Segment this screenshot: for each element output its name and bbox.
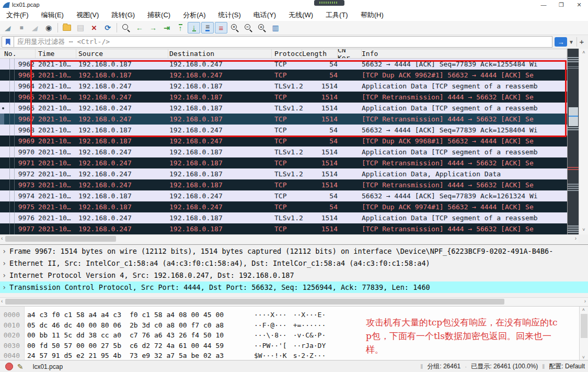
minimize-icon[interactable]: — bbox=[535, 0, 552, 9]
filter-bookmark-button[interactable] bbox=[2, 36, 14, 48]
menu-item-edit[interactable]: 编辑(E) bbox=[35, 10, 70, 20]
zoom-in-icon[interactable]: + bbox=[228, 22, 241, 33]
zoom-out-icon[interactable]: − bbox=[242, 22, 255, 33]
capture-options-icon[interactable]: ◉ bbox=[42, 22, 55, 33]
menu-item-capture[interactable]: 捕获(C) bbox=[141, 10, 177, 20]
packet-row[interactable]: 99712021-10…192.168.0.247192.168.0.187TC… bbox=[0, 157, 567, 168]
packet-row[interactable]: 99702021-10…192.168.0.247192.168.0.187TL… bbox=[0, 146, 567, 157]
column-header-cnke[interactable]: CN Ker bbox=[338, 49, 362, 58]
save-file-icon[interactable]: ▤ bbox=[74, 22, 87, 33]
menu-item-go[interactable]: 跳转(G) bbox=[105, 10, 141, 20]
column-header-no[interactable]: No. bbox=[0, 49, 36, 58]
last-packet-icon[interactable]: ↓ bbox=[188, 22, 200, 33]
scroll-right-icon[interactable]: › bbox=[575, 235, 577, 241]
detail-line[interactable]: ›Ethernet II, Src: IntelCor_c1:58:a4 (a4… bbox=[0, 257, 588, 269]
scroll-up-icon[interactable]: ˄ bbox=[579, 50, 588, 55]
packet-list-vscrollbar[interactable]: ˄ ˅ bbox=[579, 49, 588, 234]
packet-row[interactable]: 99742021-10…192.168.0.187192.168.0.247TC… bbox=[0, 190, 567, 201]
scroll-left-icon[interactable]: ‹ bbox=[1, 235, 3, 241]
scroll-down-icon[interactable]: ˅ bbox=[580, 355, 587, 360]
details-hscrollbar[interactable]: ‹ › bbox=[0, 297, 588, 307]
go-to-packet-icon[interactable]: ⇥ bbox=[160, 22, 173, 33]
menu-item-wireless[interactable]: 无线(W) bbox=[282, 10, 319, 20]
column-header-len[interactable]: Length bbox=[302, 49, 338, 58]
scroll-right-icon[interactable]: › bbox=[584, 298, 586, 304]
scrollbar-thumb[interactable] bbox=[569, 107, 578, 126]
column-header-dst[interactable]: Destination bbox=[168, 49, 272, 58]
detail-line[interactable]: ›Transmission Control Protocol, Src Port… bbox=[0, 281, 588, 293]
packet-row[interactable]: 99762021-10…192.168.0.247192.168.0.187TL… bbox=[0, 212, 567, 223]
resize-columns-icon[interactable]: ▥ bbox=[269, 22, 282, 33]
menu-item-telephony[interactable]: 电话(Y) bbox=[247, 10, 282, 20]
menu-item-analyze[interactable]: 分析(A) bbox=[177, 10, 212, 20]
packet-row[interactable]: 99672021-10…192.168.0.247192.168.0.187TC… bbox=[0, 114, 567, 125]
open-file-icon[interactable] bbox=[61, 22, 73, 33]
packet-row[interactable]: 99642021-10…192.168.0.247192.168.0.187TL… bbox=[0, 81, 567, 92]
auto-scroll-icon[interactable]: ≡ bbox=[201, 22, 214, 33]
menu-item-file[interactable]: 文件(F) bbox=[0, 10, 35, 20]
packet-row[interactable]: 99632021-10…192.168.0.187192.168.0.247TC… bbox=[0, 70, 567, 81]
packet-list-hscrollbar[interactable]: ‹ › bbox=[0, 234, 579, 243]
packet-row[interactable]: 99772021-10…192.168.0.247192.168.0.187TC… bbox=[0, 223, 567, 234]
colorize-icon[interactable]: ≡ bbox=[215, 22, 227, 33]
reload-file-icon[interactable]: ⟳ bbox=[101, 22, 114, 33]
packet-row[interactable]: 99722021-10…192.168.0.247192.168.0.187TL… bbox=[0, 168, 567, 179]
stop-capture-icon: ■ bbox=[19, 24, 23, 31]
cell-source: 192.168.0.187 bbox=[76, 137, 168, 145]
first-packet-icon[interactable]: ↑ bbox=[174, 22, 187, 33]
expert-info-icon[interactable] bbox=[5, 363, 13, 370]
menu-item-view[interactable]: 视图(V) bbox=[70, 10, 105, 20]
zoom-reset-icon[interactable]: = bbox=[256, 22, 268, 33]
detail-line[interactable]: ›Internet Protocol Version 4, Src: 192.1… bbox=[0, 269, 588, 281]
restart-capture-icon[interactable]: ◢ bbox=[29, 22, 41, 33]
scrollbar-thumb[interactable] bbox=[581, 314, 587, 338]
packet-row[interactable]: 99682021-10…192.168.0.187192.168.0.247TC… bbox=[0, 125, 567, 136]
packet-row[interactable]: 99692021-10…192.168.0.187192.168.0.247TC… bbox=[0, 136, 567, 146]
close-file-icon[interactable]: ✕ bbox=[88, 22, 100, 33]
packet-details-pane: ›Frame 9967: 1514 bytes on wire (12112 b… bbox=[0, 244, 588, 298]
ascii-bytes: +=······ bbox=[293, 321, 326, 329]
menu-item-tools[interactable]: 工具(T) bbox=[319, 10, 354, 20]
cell-info: 56632 → 4444 [ACK] Seq=77839 Ack=1261324… bbox=[362, 192, 567, 200]
expander-icon[interactable]: › bbox=[2, 283, 9, 291]
menu-item-statistics[interactable]: 统计(S) bbox=[212, 10, 247, 20]
find-packet-icon[interactable] bbox=[120, 22, 132, 33]
cell-info: 56632 → 4444 [ACK] Seq=77839 Ack=1255484… bbox=[362, 60, 567, 68]
expander-icon[interactable]: › bbox=[2, 247, 9, 255]
apply-filter-button[interactable]: → bbox=[555, 37, 567, 47]
expander-icon[interactable]: › bbox=[2, 271, 9, 279]
menu-item-help[interactable]: 帮助(H) bbox=[354, 10, 390, 20]
restore-icon[interactable]: ❐ bbox=[552, 0, 570, 9]
scrollbar-thumb[interactable] bbox=[5, 299, 504, 305]
packet-row[interactable]: 99652021-10…192.168.0.247192.168.0.187TC… bbox=[0, 92, 567, 103]
packet-row[interactable]: 99662021-10…192.168.0.247192.168.0.187TL… bbox=[0, 103, 567, 114]
next-packet-icon[interactable]: → bbox=[147, 22, 159, 33]
packet-row[interactable]: 99752021-10…192.168.0.187192.168.0.247TC… bbox=[0, 201, 567, 212]
scrollbar-thumb[interactable] bbox=[5, 236, 116, 242]
detail-line[interactable]: ›Frame 9967: 1514 bytes on wire (12112 b… bbox=[0, 245, 588, 257]
add-filter-button[interactable]: + bbox=[577, 37, 586, 47]
display-filter-input[interactable]: 应用显示过滤器 ⋯ <Ctrl-/> bbox=[14, 36, 552, 48]
stop-capture-icon[interactable]: ■ bbox=[15, 22, 28, 33]
colorize-icon: ≡ bbox=[219, 24, 224, 32]
save-file-icon: ▤ bbox=[77, 23, 84, 32]
list-gutter-line bbox=[9, 59, 10, 234]
previous-packet-icon[interactable]: ← bbox=[133, 22, 146, 33]
expander-icon[interactable]: › bbox=[2, 259, 9, 267]
scroll-down-icon[interactable]: ˅ bbox=[579, 227, 588, 232]
close-icon[interactable]: ✕ bbox=[570, 0, 588, 9]
column-header-info[interactable]: Info bbox=[362, 49, 567, 58]
start-capture-icon[interactable]: ◢ bbox=[2, 22, 14, 33]
capture-comment-icon[interactable]: ✎ bbox=[17, 363, 24, 371]
profile-label[interactable]: 配置: Default bbox=[549, 362, 585, 371]
column-header-proto[interactable]: Protocol bbox=[272, 49, 302, 58]
filter-dropdown-button[interactable]: ▼ bbox=[567, 39, 575, 45]
scroll-up-icon[interactable]: ˄ bbox=[580, 307, 587, 312]
packet-row[interactable]: 99732021-10…192.168.0.247192.168.0.187TC… bbox=[0, 179, 567, 190]
column-header-src[interactable]: Source bbox=[76, 49, 168, 58]
column-header-time[interactable]: Time bbox=[36, 49, 76, 58]
scroll-left-icon[interactable]: ‹ bbox=[1, 298, 3, 304]
packet-row[interactable]: 99622021-10…192.168.0.187192.168.0.247TC… bbox=[0, 59, 567, 70]
packet-minimap-scrollbar[interactable] bbox=[567, 49, 579, 234]
hex-vscrollbar[interactable]: ˄ ˅ bbox=[579, 307, 588, 360]
